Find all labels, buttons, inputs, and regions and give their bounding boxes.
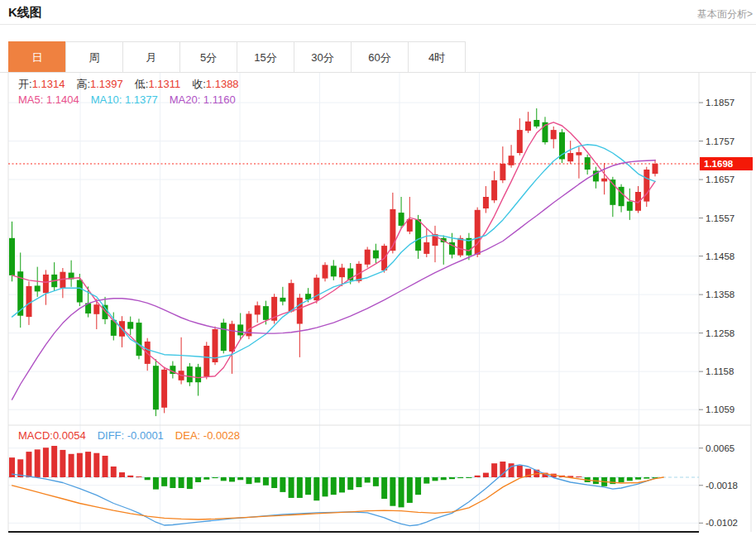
candle-body (280, 298, 285, 302)
candle-body (500, 164, 505, 180)
macd-bar (423, 477, 429, 484)
macd-bar (289, 477, 294, 498)
macd-bar (483, 473, 489, 477)
macd-bar (297, 477, 303, 498)
candle-body (195, 367, 201, 383)
candle-body (93, 304, 99, 314)
candle-body (601, 179, 607, 182)
tabbar-underline (0, 72, 756, 73)
candle-body (255, 305, 261, 314)
period-tabbar: 日周月5分15分30分60分4时 (8, 41, 466, 73)
axis-label: 1.1757 (706, 136, 734, 146)
macd-bar (576, 476, 581, 477)
macd-bar (203, 477, 209, 480)
candle-body (127, 322, 133, 328)
axis-label: -0.0102 (706, 518, 738, 528)
macd-bar (619, 477, 624, 482)
candle-body (525, 122, 531, 131)
candle-body (153, 366, 159, 409)
tab-period-6[interactable]: 60分 (351, 41, 409, 73)
macd-bar (466, 477, 471, 478)
candle-body (339, 268, 345, 278)
candle-body (229, 324, 235, 352)
macd-bar (213, 477, 218, 478)
macd-bar (93, 453, 99, 477)
macd-bar (153, 477, 159, 490)
candle-body (365, 250, 371, 265)
tab-period-7[interactable]: 4时 (408, 41, 466, 73)
candle-body (77, 280, 83, 303)
macd-bar (26, 452, 31, 477)
macd-bar (145, 477, 151, 480)
axis-label: -0.0018 (706, 481, 738, 491)
macd-bar (517, 466, 523, 477)
candle-body (517, 130, 523, 153)
candle-body (297, 298, 303, 324)
macd-bar (449, 477, 455, 479)
macd-bar (491, 463, 497, 477)
axis-label: 1.1557 (706, 213, 734, 223)
candle-body (136, 323, 142, 356)
axis-label: 1.1059 (706, 404, 734, 414)
macd-bar (246, 477, 251, 484)
current-price-label: 1.1698 (704, 159, 734, 169)
macd-bar (644, 477, 649, 479)
candle-body (35, 285, 41, 291)
tab-period-5[interactable]: 30分 (294, 41, 352, 73)
macd-bar (373, 477, 379, 486)
macd-bar (415, 477, 421, 495)
kline-chart[interactable]: 1.18571.17571.16571.15571.14581.13581.12… (0, 0, 756, 536)
macd-bar (323, 477, 328, 496)
candle-body (567, 153, 573, 161)
candle-body (373, 251, 379, 259)
tab-period-0[interactable]: 日 (8, 41, 66, 73)
candle-body (415, 219, 421, 251)
macd-bar (221, 477, 227, 481)
macd-bar (457, 477, 463, 478)
macd-bar (509, 463, 514, 477)
macd-bar (229, 477, 235, 481)
macd-bar (433, 477, 438, 481)
candle-body (323, 265, 328, 278)
axis-label: 1.1358 (706, 290, 734, 299)
candle-body (187, 366, 193, 382)
candle-body (627, 202, 633, 211)
macd-bar (635, 477, 641, 480)
candle-body (491, 180, 497, 200)
macd-bar (271, 477, 277, 488)
macd-bar (263, 477, 269, 486)
candle-body (399, 213, 404, 226)
macd-bar (381, 477, 387, 499)
tab-period-2[interactable]: 月 (122, 41, 180, 73)
page-title: K线图 (8, 5, 42, 21)
macd-bar (331, 477, 337, 495)
candle-body (551, 130, 557, 139)
fundamental-analysis-link[interactable]: 基本面分析> (697, 7, 753, 22)
macd-bar (407, 477, 413, 503)
macd-bar (356, 477, 361, 487)
macd-bar (255, 477, 261, 483)
tab-period-1[interactable]: 周 (65, 41, 123, 73)
candle-body (9, 238, 15, 275)
ma10-line (12, 145, 656, 358)
macd-bar (441, 477, 447, 480)
candle-body (43, 275, 49, 293)
tab-period-4[interactable]: 15分 (237, 41, 294, 73)
candle-body (289, 283, 294, 311)
tab-period-3[interactable]: 5分 (179, 41, 237, 73)
candle-body (263, 306, 269, 320)
widget-header: K线图 基本面分析> (0, 0, 756, 25)
macd-bar (170, 477, 175, 488)
macd-bar (627, 477, 633, 481)
macd-bar (347, 477, 353, 490)
macd-bar (51, 446, 57, 477)
candle-body (161, 370, 167, 408)
macd-bar (136, 476, 141, 477)
macd-bar (103, 456, 108, 477)
macd-bar (305, 477, 311, 495)
candle-body (475, 210, 481, 255)
macd-bar (365, 477, 371, 483)
candle-body (483, 197, 489, 208)
macd-bar (161, 477, 167, 486)
macd-bar (187, 477, 193, 489)
